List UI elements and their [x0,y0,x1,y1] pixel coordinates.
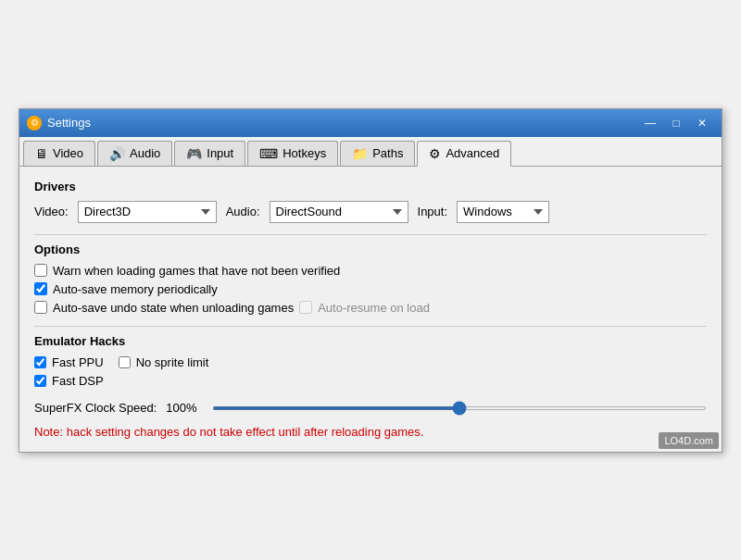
superfx-slider[interactable] [212,406,707,410]
input-tab-label: Input [207,146,233,160]
tab-hotkeys[interactable]: ⌨ Hotkeys [247,141,338,166]
audio-tab-label: Audio [130,146,160,160]
paths-tab-icon: 📁 [352,146,368,161]
tab-advanced[interactable]: ⚙ Advanced [417,141,511,167]
hacks-row-1: Fast PPU No sprite limit [34,355,707,369]
no-sprite-limit-checkbox[interactable] [119,356,131,368]
hacks-row-2: Fast DSP [34,374,707,388]
audio-tab-icon: 🔊 [109,146,125,161]
superfx-label: SuperFX Clock Speed: [34,401,157,415]
audio-driver-label: Audio: [226,205,260,218]
maximize-button[interactable]: □ [664,114,688,132]
drivers-section: Drivers Video: Direct3D OpenGL Software … [34,180,707,223]
title-bar: ⚙ Settings — □ ✕ [19,109,722,137]
no-sprite-limit-label: No sprite limit [136,355,209,369]
tab-paths[interactable]: 📁 Paths [340,141,415,166]
audio-driver-select[interactable]: DirectSound WASAPI XAudio2 [270,201,408,223]
fast-dsp-item: Fast DSP [34,374,104,388]
title-bar-left: ⚙ Settings [27,116,91,131]
tab-video[interactable]: 🖥 Video [23,141,95,166]
options-section: Options Warn when loading games that hav… [34,243,707,315]
auto-save-undo-label: Auto-save undo state when unloading game… [53,301,294,315]
input-driver-select[interactable]: Windows SDL [457,201,549,223]
no-sprite-limit-item: No sprite limit [119,355,209,369]
divider-2 [34,326,707,327]
settings-window: ⚙ Settings — □ ✕ 🖥 Video 🔊 Audio 🎮 Input [19,108,722,453]
fast-dsp-label: Fast DSP [52,374,104,388]
input-tab-icon: 🎮 [186,146,202,161]
superfx-slider-container [212,399,707,417]
auto-save-memory-checkbox[interactable] [34,282,47,295]
advanced-tab-label: Advanced [446,146,499,160]
divider-1 [34,234,707,235]
minimize-button[interactable]: — [638,114,662,132]
content-area: Drivers Video: Direct3D OpenGL Software … [19,167,722,452]
watermark: LO4D.com [659,432,719,449]
drivers-row: Video: Direct3D OpenGL Software Audio: D… [34,201,707,223]
app-icon: ⚙ [27,116,42,131]
emulator-hacks-section: Emulator Hacks Fast PPU No sprite limit … [34,334,707,388]
option-row-autosave-undo: Auto-save undo state when unloading game… [34,301,707,315]
title-controls: — □ ✕ [638,114,714,132]
auto-resume-label: Auto-resume on load [318,301,430,315]
video-driver-select[interactable]: Direct3D OpenGL Software [78,201,217,223]
tab-bar: 🖥 Video 🔊 Audio 🎮 Input ⌨ Hotkeys 📁 Path… [19,137,722,167]
option-row-warn: Warn when loading games that have not be… [34,264,707,278]
auto-save-undo-checkbox[interactable] [34,301,47,314]
emulator-hacks-title: Emulator Hacks [34,334,707,348]
video-driver-label: Video: [34,205,69,218]
superfx-speed-row: SuperFX Clock Speed: 100% [34,399,707,417]
paths-tab-label: Paths [372,146,403,160]
fast-ppu-item: Fast PPU [34,355,104,369]
drivers-title: Drivers [34,180,707,193]
hotkeys-tab-label: Hotkeys [283,146,326,160]
option-row-autosave-memory: Auto-save memory periodically [34,282,707,296]
video-tab-label: Video [53,146,83,160]
auto-resume-checkbox[interactable] [299,301,312,314]
tab-audio[interactable]: 🔊 Audio [97,141,172,166]
options-title: Options [34,243,707,256]
fast-ppu-checkbox[interactable] [34,356,46,368]
hotkeys-tab-icon: ⌨ [259,146,278,161]
hack-note: Note: hack setting changes do not take e… [34,425,707,439]
window-title: Settings [47,116,91,130]
close-button[interactable]: ✕ [690,114,714,132]
warn-loading-label: Warn when loading games that have not be… [53,264,340,278]
warn-loading-checkbox[interactable] [34,264,47,277]
advanced-tab-icon: ⚙ [429,146,441,161]
input-driver-label: Input: [418,205,448,218]
video-tab-icon: 🖥 [35,146,48,161]
fast-ppu-label: Fast PPU [52,355,104,369]
auto-save-memory-label: Auto-save memory periodically [53,282,218,296]
tab-input[interactable]: 🎮 Input [174,141,245,166]
superfx-value: 100% [166,401,203,415]
fast-dsp-checkbox[interactable] [34,375,46,387]
